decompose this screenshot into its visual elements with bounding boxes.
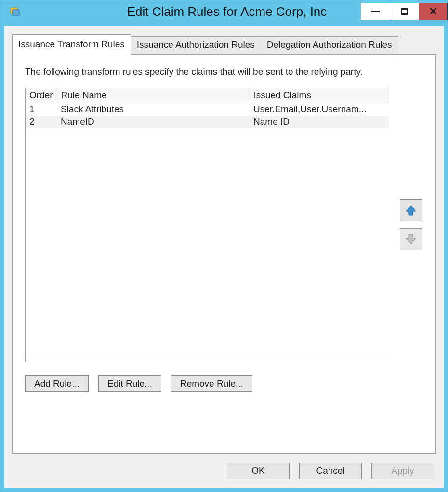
tabs: Issuance Transform Rules Issuance Author… — [12, 34, 436, 454]
titlebar: Edit Claim Rules for Acme Corp, Inc ✕ — [0, 0, 448, 23]
window-icon — [9, 6, 21, 17]
move-up-button[interactable] — [400, 199, 422, 221]
svg-rect-1 — [13, 10, 19, 15]
table-row[interactable]: 1 Slack Attributes User.Email,User.Usern… — [26, 103, 389, 116]
cell-rule-name: Slack Attributes — [57, 103, 250, 116]
table-row[interactable]: 2 NameID Name ID — [26, 116, 389, 128]
cell-order: 1 — [26, 103, 57, 116]
cell-issued-claims: User.Email,User.Usernam... — [250, 103, 389, 116]
cell-order: 2 — [26, 116, 57, 128]
rules-table[interactable]: Order Rule Name Issued Claims 1 Slack At… — [25, 88, 389, 362]
arrow-down-icon — [404, 233, 418, 246]
ok-button[interactable]: OK — [227, 463, 290, 479]
panel-description: The following transform rules specify th… — [25, 66, 423, 77]
remove-rule-button[interactable]: Remove Rule... — [171, 375, 252, 392]
dialog-window: Edit Claim Rules for Acme Corp, Inc ✕ Is… — [0, 0, 448, 492]
dialog-body: Issuance Transform Rules Issuance Author… — [4, 26, 444, 488]
rule-action-buttons: Add Rule... Edit Rule... Remove Rule... — [25, 375, 423, 392]
column-header-rule-name[interactable]: Rule Name — [57, 88, 250, 103]
column-header-issued-claims[interactable]: Issued Claims — [250, 88, 389, 103]
column-header-order[interactable]: Order — [26, 88, 57, 103]
tab-delegation-authorization[interactable]: Delegation Authorization Rules — [261, 36, 398, 54]
edit-rule-button[interactable]: Edit Rule... — [98, 375, 161, 392]
minimize-button[interactable] — [361, 3, 390, 20]
tab-issuance-transform[interactable]: Issuance Transform Rules — [12, 34, 131, 55]
move-down-button[interactable] — [400, 228, 422, 250]
close-button[interactable]: ✕ — [419, 3, 448, 20]
maximize-button[interactable] — [390, 3, 419, 20]
arrow-up-icon — [404, 204, 418, 217]
cell-rule-name: NameID — [57, 116, 250, 128]
tab-issuance-authorization[interactable]: Issuance Authorization Rules — [131, 36, 261, 54]
reorder-arrows — [399, 88, 423, 362]
cell-issued-claims: Name ID — [250, 116, 389, 128]
add-rule-button[interactable]: Add Rule... — [25, 375, 89, 392]
cancel-button[interactable]: Cancel — [299, 463, 362, 479]
tab-panel: The following transform rules specify th… — [12, 54, 436, 454]
titlebar-buttons: ✕ — [361, 3, 448, 20]
dialog-footer: OK Cancel Apply — [12, 454, 436, 481]
apply-button[interactable]: Apply — [371, 463, 434, 479]
